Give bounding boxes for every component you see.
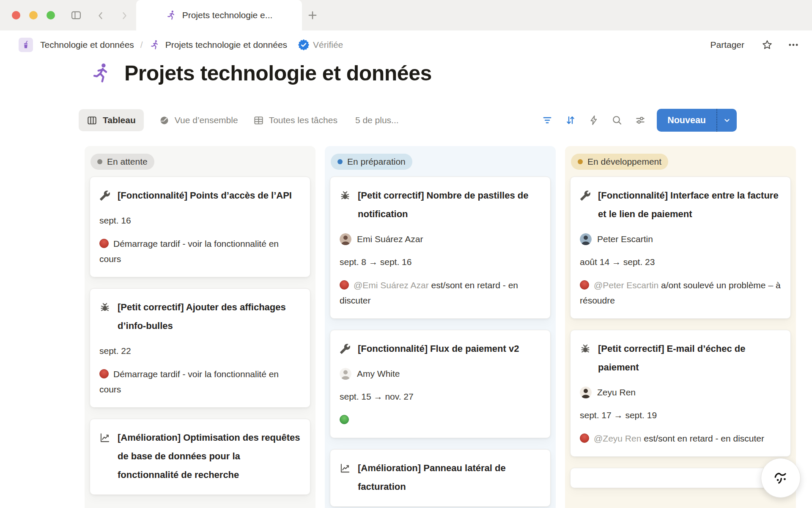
column-header-pill[interactable]: En attente [91, 154, 154, 170]
avatar [580, 387, 592, 398]
more-views-button[interactable]: 5 de plus... [355, 115, 399, 125]
task-card[interactable]: [Petit correctif] E-mail d’échec de paie… [570, 330, 791, 457]
page-header: Projets technologie et données [90, 61, 432, 86]
view-label: Tableau [103, 115, 136, 125]
card-title: [Fonctionnalité] Interface entre la fact… [598, 186, 781, 224]
card-status: @Peter Escartin a/ont soulevé un problèm… [580, 278, 781, 308]
card-title: [Fonctionnalité] Flux de paiement v2 [358, 340, 519, 358]
view-label: Vue d’ensemble [175, 115, 238, 125]
column-header-pill[interactable]: En préparation [331, 154, 412, 170]
column-header-label: En développement [587, 157, 661, 167]
gauge-icon [159, 115, 170, 126]
forward-icon[interactable] [119, 11, 129, 21]
status-mention[interactable]: @Peter Escartin [594, 280, 661, 290]
board-icon [87, 115, 97, 126]
card-date: sept. 17 → sept. 19 [580, 408, 781, 422]
assignee-name: Zeyu Ren [597, 385, 636, 400]
page-title[interactable]: Projets technologie et données [124, 61, 432, 86]
search-icon[interactable] [612, 115, 623, 126]
card-title: [Amélioration] Panneau latéral de factur… [358, 459, 541, 496]
task-card[interactable]: [Fonctionnalité] Flux de paiement v2Amy … [330, 330, 551, 438]
assignee-name: Emi Suárez Azar [357, 232, 423, 246]
close-window-button[interactable] [12, 11, 20, 19]
column-en-attente: En attente[Fonctionnalité] Points d’accè… [85, 146, 315, 508]
card-status [340, 412, 541, 428]
filter-icon[interactable] [542, 115, 553, 126]
status-group-dot [337, 159, 343, 164]
card-status: @Zeyu Ren est/sont en retard - en discut… [580, 431, 781, 446]
avatar [340, 368, 351, 380]
tab-vue-densemble[interactable]: Vue d’ensemble [159, 115, 238, 126]
chevron-down-icon[interactable] [716, 109, 737, 132]
card-status: Démarrage tardif - voir la fonctionnalit… [99, 367, 301, 397]
card-title: [Petit correctif] Ajouter des affichages… [118, 298, 301, 335]
juice-cup-icon[interactable] [19, 38, 33, 52]
tab-tableau[interactable]: Tableau [79, 109, 144, 131]
status-text: Démarrage tardif - voir la fonctionnalit… [99, 239, 279, 264]
new-tab-icon[interactable] [307, 10, 318, 21]
card-date: sept. 22 [99, 344, 301, 358]
card-title: [Amélioration] Optimisation des requêtes… [118, 428, 301, 484]
kanban-board: En attente[Fonctionnalité] Points d’accè… [85, 146, 796, 508]
task-card[interactable]: [Petit correctif] Nombre de pastilles de… [330, 177, 551, 319]
status-red-circle [580, 433, 589, 443]
back-icon[interactable] [96, 11, 106, 21]
assignee-name: Peter Escartin [597, 232, 653, 246]
window-titlebar: Projets technologie e... [0, 0, 812, 30]
breadcrumb-page[interactable]: Projets technologie et données [165, 40, 287, 50]
wrench-icon [580, 190, 591, 201]
column-header-label: En préparation [347, 157, 406, 167]
maximize-window-button[interactable] [47, 11, 55, 19]
column-header-pill[interactable]: En développement [571, 154, 668, 170]
status-red-circle [99, 239, 109, 248]
settings-sliders-icon[interactable] [635, 115, 646, 126]
status-green-circle [340, 415, 349, 424]
task-card[interactable]: [Fonctionnalité] Interface entre la fact… [570, 177, 791, 319]
task-card[interactable] [570, 468, 791, 488]
breadcrumb-separator: / [140, 40, 143, 50]
toggle-sidebar-icon[interactable] [70, 9, 82, 21]
card-status: Démarrage tardif - voir la fonctionnalit… [99, 236, 301, 267]
card-status: @Emi Suárez Azar est/sont en retard - en… [340, 278, 541, 308]
card-title: [Fonctionnalité] Points d’accès de l’API [118, 186, 292, 205]
task-card[interactable]: [Petit correctif] Ajouter des affichages… [90, 288, 310, 408]
new-button[interactable]: Nouveau [657, 109, 737, 132]
share-button[interactable]: Partager [710, 40, 744, 50]
minimize-window-button[interactable] [29, 11, 38, 19]
wrench-icon [99, 190, 110, 201]
status-mention[interactable]: @Zeyu Ren [594, 433, 644, 443]
sort-icon[interactable] [565, 115, 576, 126]
avatar [580, 233, 592, 245]
view-toolbar: Tableau Vue d’ensemble Toutes les tâches… [79, 108, 737, 132]
status-group-dot [97, 159, 102, 164]
task-card[interactable]: [Fonctionnalité] Points d’accès de l’API… [90, 177, 310, 277]
avatar [340, 233, 351, 245]
lightning-icon[interactable] [588, 115, 599, 126]
runner-icon [166, 10, 177, 21]
breadcrumb: Technologie et données / Projets technol… [0, 30, 812, 59]
wrench-icon [340, 343, 351, 354]
runner-icon [149, 39, 160, 50]
notion-face-icon[interactable] [761, 458, 801, 498]
tab-toutes-les-taches[interactable]: Toutes les tâches [253, 115, 337, 126]
status-red-circle [99, 369, 109, 378]
new-button-label: Nouveau [657, 109, 716, 132]
card-date: août 14 → sept. 23 [580, 255, 781, 269]
runner-icon[interactable] [90, 62, 112, 85]
browser-tab[interactable]: Projets technologie e... [136, 0, 302, 30]
task-card[interactable]: [Amélioration] Optimisation des requêtes… [90, 419, 310, 495]
verified-badge-icon [298, 39, 309, 50]
status-mention[interactable]: @Emi Suárez Azar [354, 280, 431, 290]
card-title: [Petit correctif] E-mail d’échec de paie… [598, 340, 781, 377]
card-date: sept. 8 → sept. 16 [340, 255, 541, 269]
status-red-circle [340, 280, 349, 290]
verified-badge[interactable]: Vérifiée [298, 39, 343, 50]
more-options-icon[interactable] [787, 39, 799, 51]
table-icon [253, 115, 264, 126]
window-controls [12, 11, 55, 19]
star-icon[interactable] [761, 39, 773, 51]
breadcrumb-root[interactable]: Technologie et données [40, 40, 134, 50]
card-date: sept. 15 → nov. 27 [340, 389, 541, 404]
task-card[interactable]: [Amélioration] Panneau latéral de factur… [330, 449, 551, 507]
bug-icon [580, 343, 591, 354]
